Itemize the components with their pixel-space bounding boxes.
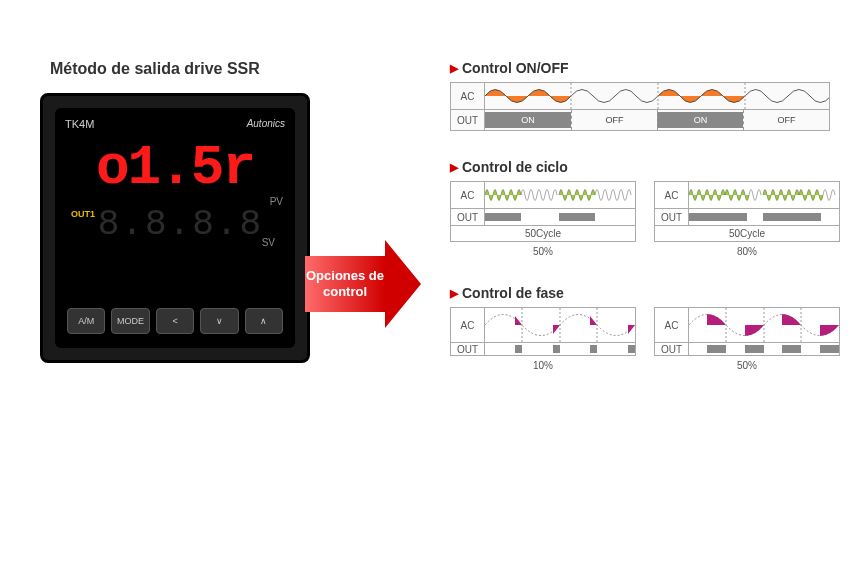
cycle-label: 50Cycle [655,225,839,241]
onoff-out-bar: ON OFF ON OFF [485,110,829,130]
triangle-icon: ▶ [450,62,458,75]
left-title: Método de salida drive SSR [50,60,340,78]
phase-out-10 [485,343,635,355]
cycle-ac-wave-80 [689,182,839,208]
pv-display: o1.5r [63,140,287,196]
ac-label: AC [451,308,485,342]
options-arrow: Opciones de control [305,240,421,328]
ac-label: AC [655,182,689,208]
out-label: OUT [655,209,689,225]
am-button[interactable]: A/M [67,308,105,334]
cycle-out-50 [485,209,635,225]
svg-rect-3 [485,213,521,221]
ac-label: AC [655,308,689,342]
out-label: OUT [451,110,485,130]
triangle-icon: ▶ [450,161,458,174]
svg-rect-10 [515,345,522,353]
device-brand: Autonics [247,118,285,129]
cycle-label: 50Cycle [451,225,635,241]
up-button[interactable]: ∧ [245,308,283,334]
onoff-block: ▶ Control ON/OFF AC [450,60,830,131]
device-buttons: A/M MODE < ∨ ∧ [67,308,283,334]
svg-rect-12 [590,345,597,353]
onoff-title: Control ON/OFF [462,60,569,76]
cycle-block: ▶ Control de ciclo AC [450,159,830,257]
phase-title: Control de fase [462,285,564,301]
sv-display: 8.8.8.8 [63,204,287,245]
svg-rect-18 [745,345,764,353]
cycle-percent: 50% [450,246,636,257]
ac-label: AC [451,83,485,109]
phase-out-50 [689,343,839,355]
sv-label: SV [262,237,275,248]
svg-rect-11 [553,345,560,353]
ac-label: AC [451,182,485,208]
controller-device: TK4M Autonics o1.5r PV OUT1 8.8.8.8 SV A… [40,93,310,363]
phase-ac-10 [485,308,635,342]
arrow-label: Opciones de control [305,256,385,312]
right-section: ▶ Control ON/OFF AC [450,60,830,547]
svg-rect-5 [689,213,747,221]
svg-rect-17 [707,345,726,353]
out1-label: OUT1 [71,209,95,219]
down-button[interactable]: ∨ [200,308,238,334]
out-label: OUT [655,343,689,355]
arrow-head-icon [385,240,421,328]
left-section: Método de salida drive SSR TK4M Autonics… [40,60,340,547]
left-button[interactable]: < [156,308,194,334]
phase-percent: 50% [654,360,840,371]
cycle-ac-wave-50 [485,182,635,208]
phase-block: ▶ Control de fase AC [450,285,830,371]
svg-rect-13 [628,345,635,353]
mode-button[interactable]: MODE [111,308,149,334]
triangle-icon: ▶ [450,287,458,300]
phase-ac-50 [689,308,839,342]
cycle-percent: 80% [654,246,840,257]
svg-rect-4 [559,213,595,221]
svg-rect-20 [820,345,839,353]
device-model: TK4M [65,118,94,130]
cycle-out-80 [689,209,839,225]
cycle-title: Control de ciclo [462,159,568,175]
out-label: OUT [451,343,485,355]
svg-rect-6 [763,213,821,221]
out-label: OUT [451,209,485,225]
onoff-ac-wave [485,83,829,109]
svg-rect-19 [782,345,801,353]
phase-percent: 10% [450,360,636,371]
